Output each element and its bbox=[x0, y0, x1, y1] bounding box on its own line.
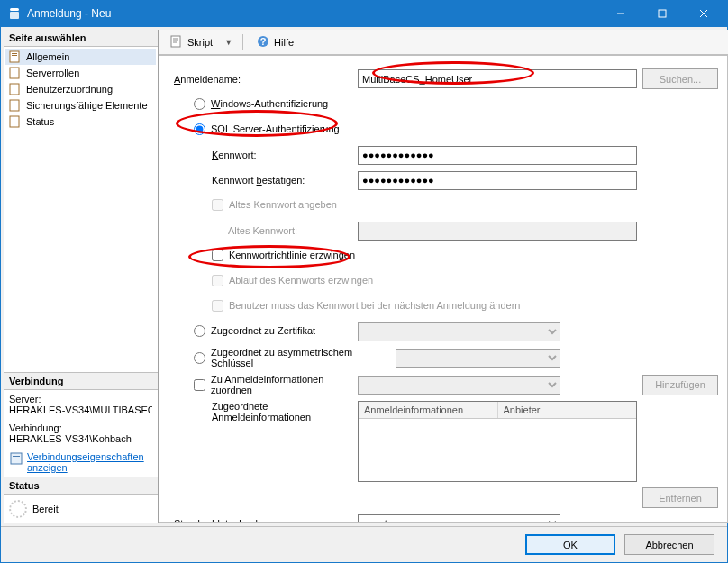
old-password-input bbox=[358, 222, 637, 241]
login-name-label: Anmeldename: bbox=[168, 74, 358, 85]
content: Skript ▼ ? Hilfe Anmeldename: Suchen... bbox=[159, 30, 728, 523]
sidebar: Seite auswählen Allgemein Serverrollen B… bbox=[4, 30, 159, 523]
remove-credential-button: Entfernen bbox=[642, 487, 718, 508]
dialog-frame: Seite auswählen Allgemein Serverrollen B… bbox=[0, 27, 728, 563]
page-icon bbox=[8, 66, 23, 80]
status-row: Bereit bbox=[4, 495, 158, 523]
grid-col-provider: Anbieter bbox=[498, 402, 637, 418]
page-icon bbox=[8, 82, 23, 96]
page-icon bbox=[8, 98, 23, 113]
conn-value: HERAKLES-VS34\Kohbach bbox=[9, 433, 152, 444]
toolbar: Skript ▼ ? Hilfe bbox=[159, 30, 728, 55]
old-password-checkbox: Altes Kennwort angeben bbox=[168, 199, 337, 213]
enforce-expiry-checkbox: Ablauf des Kennworts erzwingen bbox=[168, 275, 373, 288]
default-db-label: Standarddatenbank: bbox=[168, 518, 358, 523]
svg-rect-7 bbox=[12, 53, 17, 54]
svg-rect-1 bbox=[10, 12, 19, 19]
maximize-button[interactable] bbox=[642, 0, 683, 27]
svg-rect-10 bbox=[10, 84, 19, 95]
connection-props-link[interactable]: Verbindungseigenschaften anzeigen bbox=[27, 451, 152, 473]
properties-icon bbox=[9, 451, 23, 468]
add-credential-button: Hinzufügen bbox=[642, 375, 718, 395]
svg-rect-0 bbox=[10, 8, 19, 11]
app-icon bbox=[7, 6, 22, 21]
password-label: Kennwort: bbox=[168, 150, 358, 160]
svg-rect-16 bbox=[171, 36, 180, 47]
page-icon bbox=[8, 114, 23, 129]
svg-rect-11 bbox=[10, 100, 19, 111]
enforce-policy-checkbox[interactable]: Kennwortrichtlinie erzwingen bbox=[168, 250, 355, 263]
asym-radio[interactable]: Zugeordnet zu asymmetrischem Schlüssel bbox=[168, 347, 396, 368]
sidebar-page-list: Allgemein Serverrollen Benutzerzuordnung… bbox=[4, 47, 158, 372]
mapped-credentials-label: Zugeordnete Anmeldeinformationen bbox=[168, 401, 358, 422]
cert-select bbox=[358, 322, 560, 341]
sidebar-item-allgemein[interactable]: Allgemein bbox=[5, 49, 156, 65]
script-dropdown[interactable]: ▼ bbox=[222, 38, 235, 47]
script-button[interactable]: Skript bbox=[164, 32, 218, 52]
confirm-password-input[interactable] bbox=[358, 171, 637, 190]
credential-select bbox=[358, 376, 560, 395]
svg-rect-6 bbox=[10, 51, 19, 62]
old-password-label: Altes Kennwort: bbox=[168, 225, 358, 236]
must-change-checkbox: Benutzer muss das Kennwort bei der nächs… bbox=[168, 300, 520, 313]
form-area: Anmeldename: Suchen... Windows-Authentif… bbox=[159, 55, 728, 523]
sidebar-connection-header: Verbindung bbox=[4, 372, 158, 390]
windows-auth-radio[interactable]: Windows-Authentifizierung bbox=[168, 98, 358, 112]
svg-rect-12 bbox=[10, 116, 19, 127]
connection-conn: Verbindung: HERAKLES-VS34\Kohbach bbox=[4, 419, 158, 448]
help-icon: ? bbox=[256, 34, 270, 50]
confirm-password-label: Kennwort bestätigen: bbox=[168, 175, 358, 186]
server-value: HERAKLES-VS34\MULTIBASECS bbox=[9, 404, 152, 415]
status-spinner-icon bbox=[9, 500, 27, 518]
connection-server: Server: HERAKLES-VS34\MULTIBASECS bbox=[4, 390, 158, 419]
svg-rect-8 bbox=[12, 55, 17, 56]
sidebar-status-header: Status bbox=[4, 477, 158, 495]
page-icon bbox=[8, 50, 23, 64]
bottom-bar: OK Abbrechen bbox=[1, 526, 727, 562]
default-db-select[interactable]: master bbox=[358, 514, 560, 524]
sidebar-item-label: Status bbox=[26, 116, 54, 127]
map-credential-checkbox[interactable]: Zu Anmeldeinformationen zuordnen bbox=[168, 374, 358, 395]
toolbar-separator bbox=[242, 34, 243, 50]
sql-auth-radio[interactable]: SQL Server-Authentifizierung bbox=[168, 123, 340, 137]
sidebar-item-label: Serverrollen bbox=[26, 68, 79, 78]
credentials-grid[interactable]: Anmeldeinformationen Anbieter bbox=[358, 401, 637, 482]
sidebar-item-label: Sicherungsfähige Elemente bbox=[26, 100, 148, 111]
svg-rect-14 bbox=[13, 456, 20, 457]
svg-rect-9 bbox=[10, 68, 19, 78]
sidebar-item-serverrollen[interactable]: Serverrollen bbox=[5, 65, 156, 81]
asym-select bbox=[396, 349, 560, 368]
sidebar-item-sicherungsfaehige[interactable]: Sicherungsfähige Elemente bbox=[5, 97, 156, 114]
window-title: Anmeldung - Neu bbox=[27, 7, 600, 20]
sidebar-pages-header: Seite auswählen bbox=[4, 30, 158, 47]
svg-rect-15 bbox=[13, 459, 20, 459]
login-name-input[interactable] bbox=[358, 69, 637, 88]
cert-radio[interactable]: Zugeordnet zu Zertifikat bbox=[168, 325, 358, 339]
svg-rect-3 bbox=[659, 10, 666, 17]
cancel-button[interactable]: Abbrechen bbox=[624, 534, 714, 555]
ok-button[interactable]: OK bbox=[525, 534, 615, 555]
search-button[interactable]: Suchen... bbox=[642, 68, 718, 89]
svg-text:?: ? bbox=[260, 36, 267, 47]
status-value: Bereit bbox=[32, 504, 59, 514]
sidebar-item-label: Allgemein bbox=[26, 51, 69, 62]
conn-label: Verbindung: bbox=[9, 422, 152, 433]
grid-col-credentials: Anmeldeinformationen bbox=[359, 402, 498, 418]
minimize-button[interactable] bbox=[600, 0, 642, 27]
sidebar-item-status[interactable]: Status bbox=[5, 114, 156, 130]
server-label: Server: bbox=[9, 394, 152, 404]
password-input[interactable] bbox=[358, 146, 637, 165]
sidebar-item-label: Benutzerzuordnung bbox=[26, 84, 113, 95]
connection-props[interactable]: Verbindungseigenschaften anzeigen bbox=[4, 448, 158, 477]
script-icon bbox=[169, 34, 184, 50]
close-button[interactable] bbox=[683, 0, 724, 27]
help-button[interactable]: ? Hilfe bbox=[250, 32, 299, 52]
help-label: Hilfe bbox=[274, 37, 294, 48]
sidebar-item-benutzerzuordnung[interactable]: Benutzerzuordnung bbox=[5, 81, 156, 97]
script-label: Skript bbox=[187, 37, 213, 48]
titlebar: Anmeldung - Neu bbox=[0, 0, 728, 27]
